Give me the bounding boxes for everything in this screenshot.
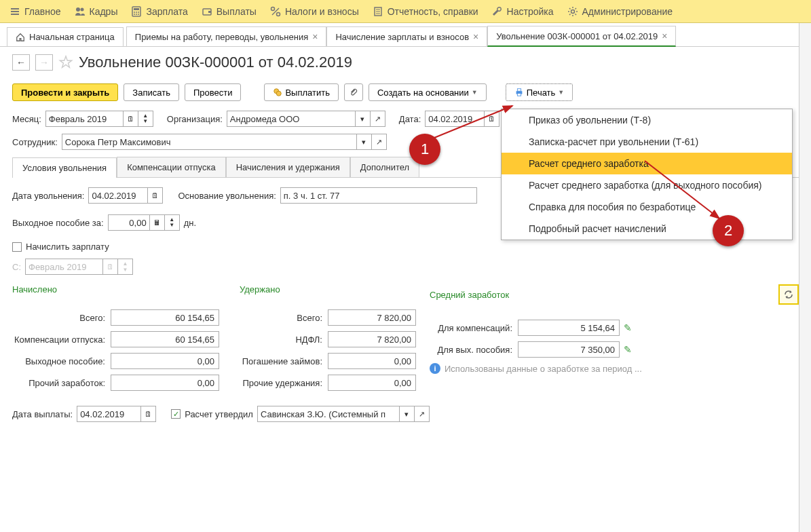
document-tabs: Начальная страница Приемы на работу, пер… [0, 23, 811, 47]
chevron-down-icon: ▼ [558, 89, 564, 96]
svg-point-21 [277, 91, 282, 96]
print-average-earning[interactable]: Расчет среднего заработка [502, 153, 792, 174]
close-icon[interactable]: × [473, 31, 478, 42]
top-menu-bar: Главное Кадры Зарплата Выплаты Налоги и … [0, 0, 811, 23]
create-based-button[interactable]: Создать на основании ▼ [369, 83, 487, 101]
dropdown-icon[interactable]: ▾ [356, 111, 371, 127]
star-icon[interactable] [58, 55, 73, 70]
withheld-loans[interactable]: 0,00 [328, 353, 416, 369]
avg-comp[interactable]: 5 154,64 [518, 320, 620, 336]
menu-reports[interactable]: Отчетность, справки [366, 0, 485, 23]
info-text[interactable]: Использованы данные о заработке за перио… [445, 364, 642, 374]
svg-rect-11 [208, 11, 211, 13]
edit-icon[interactable]: ✎ [624, 322, 632, 333]
org-input[interactable]: Андромеда ООО [227, 111, 356, 127]
days-label: дн. [184, 218, 196, 228]
edit-icon[interactable]: ✎ [624, 344, 632, 355]
print-button[interactable]: Печать ▼ [506, 83, 573, 101]
spinner-buttons[interactable]: ▲▼ [138, 111, 153, 127]
dismiss-date-input[interactable]: 04.02.2019 [88, 187, 148, 204]
dropdown-icon[interactable]: ▾ [357, 134, 372, 150]
avg-severance[interactable]: 7 350,00 [518, 341, 620, 358]
tab-dismissal[interactable]: Увольнение 00ЗК-000001 от 04.02.2019 × [487, 26, 676, 47]
nav-forward[interactable]: → [35, 54, 53, 71]
tab-compensations[interactable]: Компенсации отпуска [117, 157, 226, 177]
menu-settings[interactable]: Настройка [485, 0, 561, 23]
calendar-icon[interactable]: 🗓 [124, 111, 138, 127]
nav-back[interactable]: ← [12, 54, 30, 71]
calendar-icon[interactable]: 🗓 [148, 187, 163, 204]
spinner-buttons[interactable]: ▲▼ [165, 214, 180, 231]
report-icon [373, 6, 383, 17]
print-order-t8[interactable]: Приказ об увольнении (Т-8) [502, 109, 792, 131]
menu-staff[interactable]: Кадры [68, 0, 125, 23]
command-bar: Провести и закрыть Записать Провести Вып… [12, 83, 799, 101]
tab-hiring[interactable]: Приемы на работу, переводы, увольнения × [126, 26, 327, 46]
svg-rect-24 [517, 94, 521, 96]
date-input[interactable]: 04.02.2019 [425, 111, 485, 127]
tab-conditions[interactable]: Условия увольнения [12, 157, 117, 178]
withheld-total[interactable]: 7 820,00 [328, 309, 416, 326]
withheld-other[interactable]: 0,00 [328, 375, 416, 391]
post-button[interactable]: Провести [185, 83, 242, 101]
calendar-icon[interactable]: 🗓 [485, 111, 499, 127]
calendar-icon[interactable]: 🗓 [141, 406, 156, 422]
approved-label: Расчет утвердил [185, 409, 253, 419]
dismiss-date-label: Дата увольнения: [12, 191, 84, 201]
from-input: Февраль 2019 [25, 259, 103, 275]
open-ref-icon[interactable]: ↗ [415, 406, 430, 422]
paydate-input[interactable]: 04.02.2019 [77, 406, 141, 422]
menu-salary[interactable]: Зарплата [124, 0, 194, 23]
attach-button[interactable] [344, 83, 363, 101]
accrued-total[interactable]: 60 154,65 [111, 309, 219, 326]
close-icon[interactable]: × [662, 31, 667, 41]
print-note-t61[interactable]: Записка-расчет при увольнении (Т-61) [502, 131, 792, 153]
approver-input[interactable]: Савинская З.Ю. (Системный п [257, 406, 400, 422]
withheld-header: Удержано [240, 284, 430, 294]
save-button[interactable]: Записать [124, 83, 179, 101]
pay-button[interactable]: Выплатить [264, 83, 339, 101]
dropdown-icon[interactable]: ▾ [400, 406, 415, 422]
print-detailed-calc[interactable]: Подробный расчет начислений [502, 218, 792, 240]
svg-line-14 [272, 8, 279, 15]
withheld-ndfl[interactable]: 7 820,00 [328, 331, 416, 347]
close-icon[interactable]: × [312, 31, 318, 42]
print-unemployment-ref[interactable]: Справка для пособия по безработице [502, 196, 792, 218]
refresh-button[interactable] [778, 284, 799, 305]
accrued-comp[interactable]: 60 154,65 [111, 331, 219, 347]
severance-input[interactable]: 0,00 [108, 214, 150, 231]
month-input[interactable]: Февраль 2019 [45, 111, 124, 127]
accrued-severance[interactable]: 0,00 [111, 353, 219, 369]
chevron-down-icon: ▼ [472, 89, 478, 96]
tab-payroll[interactable]: Начисление зарплаты и взносов × [326, 26, 487, 46]
svg-point-6 [138, 12, 139, 13]
accrued-other[interactable]: 0,00 [111, 375, 219, 391]
open-ref-icon[interactable]: ↗ [371, 111, 385, 127]
paperclip-icon [349, 88, 358, 97]
print-average-severance[interactable]: Расчет среднего заработка (для выходного… [502, 174, 792, 196]
hamburger-menu[interactable]: Главное [3, 0, 68, 23]
menu-taxes[interactable]: Налоги и взносы [263, 0, 366, 23]
svg-point-12 [271, 7, 274, 10]
menu-admin[interactable]: Администрирование [561, 0, 680, 23]
menu-payments[interactable]: Выплаты [195, 0, 263, 23]
print-menu: Приказ об увольнении (Т-8) Записка-расче… [501, 109, 793, 240]
basis-input[interactable]: п. 3 ч. 1 ст. 77 [280, 187, 477, 204]
employee-input[interactable]: Сорока Петр Максимович [62, 134, 357, 150]
spinner-buttons: ▲▼ [118, 259, 133, 275]
tab-accruals[interactable]: Начисления и удержания [226, 157, 350, 177]
open-ref-icon[interactable]: ↗ [372, 134, 387, 150]
approved-checkbox[interactable]: ✓ [171, 409, 181, 419]
document-content: ← → Увольнение 00ЗК-000001 от 04.02.2019… [0, 47, 811, 436]
svg-rect-23 [517, 89, 521, 92]
tab-home[interactable]: Начальная страница [7, 27, 124, 46]
wallet-icon [202, 6, 212, 17]
wrench-icon [492, 6, 503, 17]
calculator-icon[interactable]: 🖩 [150, 214, 165, 231]
accrue-salary-label: Начислить зарплату [26, 242, 109, 252]
tab-additional[interactable]: Дополнител [350, 157, 419, 177]
svg-point-7 [134, 14, 135, 15]
post-and-close-button[interactable]: Провести и закрыть [12, 83, 118, 101]
accrue-salary-checkbox[interactable] [12, 242, 22, 252]
svg-point-4 [134, 12, 135, 13]
